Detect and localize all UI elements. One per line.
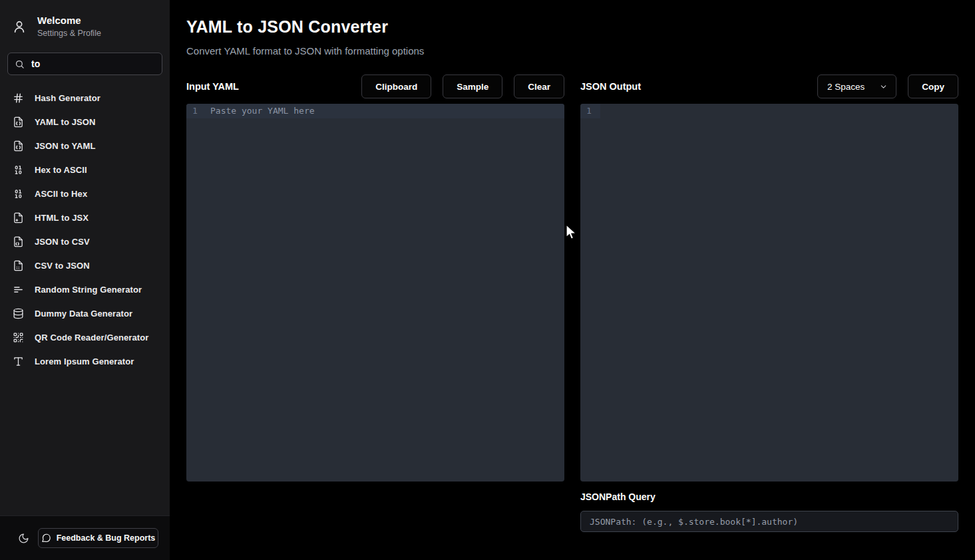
sidebar-item-html-to-jsx[interactable]: HTML to JSX xyxy=(0,206,170,229)
indent-select-value: 2 Spaces xyxy=(827,82,865,92)
input-panel-actions: Clipboard Sample Clear xyxy=(361,74,564,98)
file-json-icon xyxy=(13,116,24,128)
file-braces-icon xyxy=(13,236,24,247)
sidebar-item-label: Dummy Data Generator xyxy=(35,309,132,319)
file-dots-icon xyxy=(13,260,24,271)
line-number: 1 xyxy=(186,104,206,118)
welcome-title: Welcome xyxy=(37,15,101,27)
sidebar-item-hex-to-ascii[interactable]: Hex to ASCII xyxy=(0,158,170,182)
sidebar-item-random-string-generator[interactable]: Random String Generator xyxy=(0,277,170,301)
sidebar-item-hash-generator[interactable]: Hash Generator xyxy=(0,86,170,110)
sidebar-item-dummy-data-generator[interactable]: Dummy Data Generator xyxy=(0,301,170,325)
indent-select[interactable]: 2 Spaces xyxy=(817,74,896,98)
main-content: YAML to JSON Converter Convert YAML form… xyxy=(170,0,975,560)
user-icon xyxy=(12,19,27,34)
type-icon xyxy=(13,356,24,367)
sidebar-item-yaml-to-json[interactable]: YAML to JSON xyxy=(0,110,170,134)
yaml-editor-placeholder: Paste your YAML here xyxy=(206,104,315,118)
sidebar-tool-list: Hash Generator YAML to JSON JSON to YAML… xyxy=(0,86,170,373)
sidebar-item-label: Random String Generator xyxy=(35,285,142,295)
json-output-editor[interactable]: 1 xyxy=(580,104,958,482)
yaml-input-editor[interactable]: 1 Paste your YAML here xyxy=(186,104,564,482)
theme-toggle-button[interactable] xyxy=(18,533,29,544)
input-panel-header: Input YAML Clipboard Sample Clear xyxy=(186,74,564,98)
sidebar-item-label: YAML to JSON xyxy=(35,117,96,127)
chevron-down-icon xyxy=(879,82,888,91)
database-icon xyxy=(13,308,24,319)
sidebar-item-label: Hash Generator xyxy=(35,93,100,103)
editor-active-line[interactable]: 1 Paste your YAML here xyxy=(186,104,564,118)
sidebar-item-label: Lorem Ipsum Generator xyxy=(35,356,134,366)
feedback-button[interactable]: Feedback & Bug Reports xyxy=(38,528,158,548)
settings-profile-label: Settings & Profile xyxy=(37,29,101,38)
sidebar-user-text: Welcome Settings & Profile xyxy=(37,15,101,38)
hash-icon xyxy=(13,92,24,104)
sidebar-footer: Feedback & Bug Reports xyxy=(0,515,170,560)
sidebar: Welcome Settings & Profile Hash Generato… xyxy=(0,0,170,560)
json-output-label: JSON Output xyxy=(580,81,641,92)
sidebar-item-json-to-csv[interactable]: JSON to CSV xyxy=(0,229,170,253)
sidebar-item-label: HTML to JSX xyxy=(35,213,89,223)
copy-button[interactable]: Copy xyxy=(908,74,958,98)
jsonpath-query-input[interactable] xyxy=(580,511,958,532)
sidebar-item-label: QR Code Reader/Generator xyxy=(35,333,148,343)
sidebar-item-label: JSON to CSV xyxy=(35,237,90,247)
sidebar-user-header[interactable]: Welcome Settings & Profile xyxy=(0,0,170,38)
speech-bubble-icon xyxy=(41,533,51,543)
clear-button[interactable]: Clear xyxy=(514,74,564,98)
search-icon xyxy=(15,59,25,69)
sidebar-item-qr-code-reader-generator[interactable]: QR Code Reader/Generator xyxy=(0,325,170,349)
sidebar-item-label: JSON to YAML xyxy=(35,141,96,151)
page-title: YAML to JSON Converter xyxy=(186,17,958,37)
file-json-icon xyxy=(13,140,24,152)
sample-button[interactable]: Sample xyxy=(443,74,502,98)
json-output-panel: JSON Output 2 Spaces Copy 1 JSONPath Que… xyxy=(580,74,958,532)
clipboard-button[interactable]: Clipboard xyxy=(361,74,431,98)
editor-line: 1 xyxy=(580,104,958,118)
output-panel-actions: 2 Spaces Copy xyxy=(817,74,958,98)
jsonpath-query-label: JSONPath Query xyxy=(580,491,958,502)
sidebar-item-csv-to-json[interactable]: CSV to JSON xyxy=(0,253,170,277)
input-yaml-panel: Input YAML Clipboard Sample Clear 1 Past… xyxy=(186,74,564,532)
sidebar-item-ascii-to-hex[interactable]: ASCII to Hex xyxy=(0,182,170,206)
sidebar-item-label: Hex to ASCII xyxy=(35,165,87,175)
tool-search-box[interactable] xyxy=(7,53,162,75)
binary-icon xyxy=(13,164,24,176)
moon-icon xyxy=(18,533,29,544)
output-panel-header: JSON Output 2 Spaces Copy xyxy=(580,74,958,98)
feedback-button-label: Feedback & Bug Reports xyxy=(57,533,156,543)
sidebar-item-label: ASCII to Hex xyxy=(35,189,87,199)
line-number: 1 xyxy=(580,104,600,118)
page-subtitle: Convert YAML format to JSON with formatt… xyxy=(186,45,958,57)
sidebar-item-lorem-ipsum-generator[interactable]: Lorem Ipsum Generator xyxy=(0,349,170,373)
text-lines-icon xyxy=(13,284,24,295)
qr-code-icon xyxy=(13,332,24,343)
search-input[interactable] xyxy=(31,59,155,69)
sidebar-item-label: CSV to JSON xyxy=(35,261,90,271)
file-plus-icon xyxy=(13,212,24,223)
sidebar-item-json-to-yaml[interactable]: JSON to YAML xyxy=(0,134,170,158)
input-yaml-label: Input YAML xyxy=(186,81,239,92)
binary-icon xyxy=(13,188,24,200)
converter-panels: Input YAML Clipboard Sample Clear 1 Past… xyxy=(186,74,958,532)
